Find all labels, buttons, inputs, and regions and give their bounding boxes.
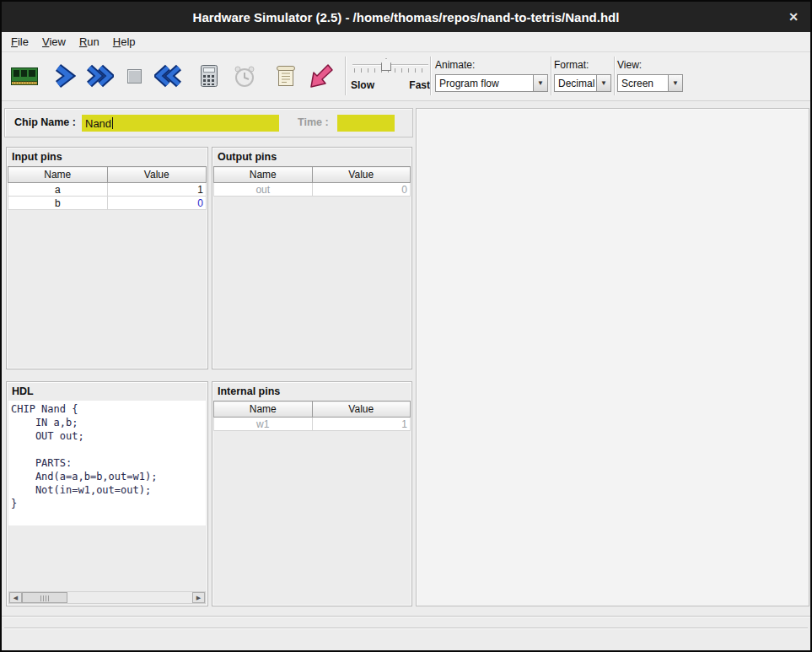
animate-label: Animate:	[435, 59, 548, 71]
view-label: View:	[617, 59, 683, 71]
output-pins-title: Output pins	[218, 151, 277, 163]
title-bar: Hardware Simulator (2.5) - /home/thomas/…	[2, 2, 810, 32]
menu-view[interactable]: View	[35, 33, 73, 51]
scrollbar-grip	[40, 595, 49, 601]
load-chip-button[interactable]	[6, 56, 43, 96]
menu-run[interactable]: Run	[73, 33, 106, 51]
column-header-name[interactable]: Name	[8, 167, 108, 183]
toolbar: Slow Fast Animate: Program flow ▼ Format…	[2, 52, 810, 101]
pin-name: b	[8, 197, 108, 210]
speed-slider: Slow Fast	[351, 56, 430, 98]
chip-name-value: Nand	[85, 117, 111, 130]
window-title: Hardware Simulator (2.5) - /home/thomas/…	[193, 10, 620, 24]
table-row: w1 1	[214, 418, 411, 431]
slider-thumb[interactable]	[381, 58, 391, 71]
column-header-value[interactable]: Value	[312, 401, 411, 418]
input-pins-title: Input pins	[12, 151, 62, 163]
output-pins-table: Name Value out 0	[213, 166, 411, 197]
clock-icon	[230, 62, 259, 89]
reset-icon	[154, 63, 185, 89]
slider-fast-label: Fast	[409, 79, 430, 91]
menu-file[interactable]: File	[4, 33, 35, 51]
scroll-right-icon[interactable]: ▶	[192, 592, 205, 603]
clock-button	[226, 56, 263, 96]
view-script-icon	[272, 62, 298, 89]
column-header-value[interactable]: Value	[107, 167, 207, 183]
scroll-left-icon[interactable]: ◀	[9, 592, 22, 603]
view-selected-value: Screen	[618, 78, 668, 89]
view-script-button[interactable]	[266, 56, 304, 96]
hdl-panel: HDL CHIP Nand { IN a,b; OUT out; PARTS: …	[6, 381, 208, 606]
pin-value[interactable]: 1	[107, 183, 207, 197]
format-control: Format: Decimal ▼	[554, 59, 611, 92]
table-row: b 0	[8, 197, 207, 210]
chip-name-field[interactable]: Nand	[82, 115, 279, 132]
toolbar-separator	[551, 57, 552, 95]
reset-button[interactable]	[151, 56, 188, 96]
run-icon	[83, 63, 114, 89]
input-pins-table: Name Value a 1 b 0	[8, 166, 207, 210]
chip-name-label: Chip Name :	[14, 116, 76, 128]
single-step-button[interactable]	[45, 56, 82, 96]
text-caret	[112, 117, 113, 129]
chevron-down-icon[interactable]: ▼	[668, 75, 682, 91]
hdl-horizontal-scrollbar[interactable]: ◀ ▶	[8, 591, 206, 604]
status-divider	[4, 628, 808, 629]
toolbar-separator	[345, 57, 347, 95]
animate-combobox[interactable]: Program flow ▼	[435, 74, 548, 92]
time-field	[337, 115, 395, 132]
view-control: View: Screen ▼	[617, 59, 683, 92]
internal-pins-panel: Internal pins Name Value w1 1	[212, 381, 412, 606]
format-label: Format:	[554, 59, 611, 71]
pin-value: 0	[312, 183, 411, 197]
animate-selected-value: Program flow	[436, 78, 533, 89]
single-step-icon	[51, 63, 76, 89]
slider-slow-label: Slow	[351, 79, 374, 91]
load-chip-icon	[9, 63, 40, 89]
evaluate-icon	[196, 62, 223, 89]
toolbar-separator	[430, 57, 432, 95]
chip-view-panel	[416, 108, 809, 606]
chevron-down-icon[interactable]: ▼	[533, 75, 547, 91]
pin-name: out	[214, 183, 313, 197]
load-script-button[interactable]	[302, 56, 339, 96]
hdl-code-view: CHIP Nand { IN a,b; OUT out; PARTS: And(…	[8, 401, 206, 525]
column-header-value[interactable]: Value	[312, 167, 411, 183]
scrollbar-thumb[interactable]	[22, 592, 67, 603]
internal-pins-title: Internal pins	[218, 385, 280, 397]
table-row: a 1	[8, 183, 207, 197]
toolbar-separator	[614, 57, 616, 95]
input-pins-panel: Input pins Name Value a 1 b 0	[6, 147, 208, 369]
menu-help[interactable]: Help	[106, 33, 143, 51]
evaluate-button[interactable]	[191, 56, 228, 96]
pin-name: w1	[214, 418, 313, 431]
format-combobox[interactable]: Decimal ▼	[554, 74, 611, 92]
internal-pins-table: Name Value w1 1	[213, 401, 411, 431]
output-pins-panel: Output pins Name Value out 0	[212, 147, 412, 369]
menu-bar: File View Run Help	[2, 32, 810, 52]
status-divider	[2, 616, 810, 617]
stop-icon	[121, 63, 147, 89]
run-button[interactable]	[80, 56, 117, 96]
chevron-down-icon[interactable]: ▼	[596, 75, 610, 91]
pin-name: a	[8, 183, 108, 197]
column-header-name[interactable]: Name	[214, 167, 313, 183]
format-selected-value: Decimal	[555, 78, 596, 89]
hdl-title: HDL	[12, 385, 34, 397]
pin-value: 1	[312, 418, 411, 431]
load-script-icon	[306, 62, 335, 89]
column-header-name[interactable]: Name	[214, 401, 313, 418]
table-row: out 0	[214, 183, 411, 197]
app-window: Hardware Simulator (2.5) - /home/thomas/…	[0, 0, 812, 652]
close-icon[interactable]: ✕	[788, 2, 799, 32]
pin-value-selected[interactable]: 0	[107, 197, 207, 210]
animate-control: Animate: Program flow ▼	[435, 59, 548, 92]
view-combobox[interactable]: Screen ▼	[617, 74, 683, 92]
chip-name-bar: Chip Name : Nand Time :	[4, 108, 413, 137]
time-label: Time :	[298, 116, 329, 128]
stop-button	[116, 56, 153, 96]
